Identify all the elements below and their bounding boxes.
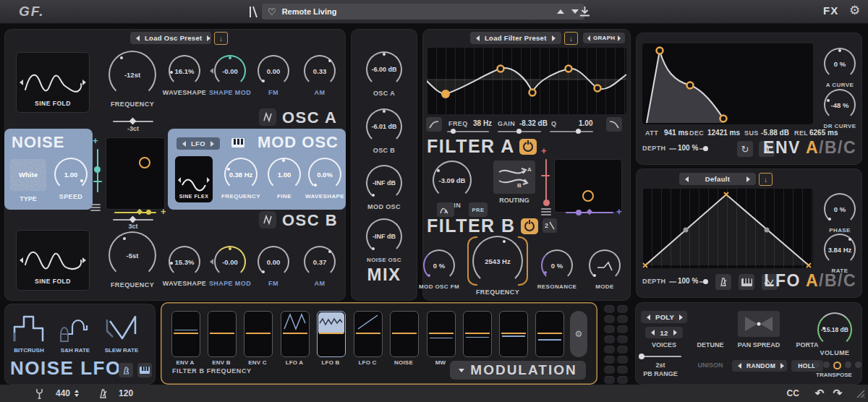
filter-xy-plus-icon[interactable]: + [541, 147, 547, 155]
filter-routing-selector[interactable]: AB [493, 161, 535, 194]
noise-lfo-bitcrush-icon[interactable] [12, 312, 46, 344]
pan-random-prev-icon[interactable] [738, 363, 741, 369]
osc-preset-prev-icon[interactable] [136, 35, 140, 41]
pan-random-selector[interactable]: RANDOM [732, 360, 787, 372]
filter-b-mode-knob[interactable]: MODE [582, 249, 627, 290]
mod-osc-waveshape-knob[interactable]: 0.0% WAVESHAPE [302, 158, 348, 200]
preset-next-icon[interactable] [571, 9, 579, 14]
filter-a-q-handle[interactable] [576, 129, 581, 134]
filter-xy-vertical-handle[interactable] [543, 200, 550, 206]
tuning-stepper[interactable] [75, 390, 79, 397]
transpose-selector[interactable] [813, 362, 861, 369]
filter-b-resonance-knob[interactable]: 0 % RESONANCE [535, 249, 579, 290]
tuning-value[interactable]: 440 [56, 388, 70, 398]
filter-a-gain-handle[interactable] [516, 129, 522, 134]
mod-slot-env-a[interactable] [171, 311, 200, 357]
lfo-preset-next-icon[interactable] [746, 176, 750, 182]
osc-b-wave-prev-icon[interactable] [20, 257, 23, 263]
filter-xy-horizontal-handle[interactable] [576, 210, 582, 215]
filter-b-slope-toggle[interactable]: 2 [542, 218, 557, 233]
filter-lowcut-icon[interactable] [426, 117, 442, 132]
osc-a-wave-next-icon[interactable] [82, 80, 86, 85]
mod-slot-lfo-c[interactable] [354, 311, 383, 357]
mix-mod-osc-knob[interactable]: -INF dB MOD OSC [366, 165, 402, 210]
noise-lfo-keytrack-icon[interactable] [137, 363, 152, 377]
undo-icon[interactable]: ↶ [815, 387, 825, 400]
env-depth-handle[interactable] [703, 146, 708, 151]
filter-b-frequency-knob[interactable]: 2543 Hz FREQUENCY [469, 236, 527, 296]
filter-a-gain-knob[interactable]: -3.09 dB GAIN [428, 161, 476, 209]
save-preset-icon[interactable] [579, 5, 591, 17]
pan-spread-icon[interactable] [738, 311, 780, 337]
osc-a-wave-prev-icon[interactable] [20, 80, 23, 85]
lfo-keytrack-icon[interactable] [739, 274, 754, 290]
mod-osc-wave-next-icon[interactable] [207, 177, 210, 183]
env-loop-icon[interactable]: ↻ [737, 141, 753, 157]
env-rel-value[interactable]: 6265 ms [809, 129, 838, 137]
transpose-dot-minus1[interactable] [823, 362, 830, 368]
modulation-collapse-icon[interactable] [459, 369, 464, 372]
filter-xy-vertical-slider[interactable] [545, 159, 547, 204]
osc-xy-pad-cursor[interactable] [139, 157, 150, 168]
poly-prev-icon[interactable] [647, 315, 650, 320]
osc-preset-selector[interactable]: Load Osc Preset [130, 32, 211, 44]
noise-speed-knob[interactable]: 1.00 SPEED [52, 158, 90, 200]
mod-osc-frequency-knob[interactable]: 0.38 Hz FREQUENCY [218, 158, 264, 200]
lfo-rate-knob[interactable]: 3.84 Hz RATE [818, 234, 861, 274]
osc-b-wave-next-icon[interactable] [82, 257, 86, 263]
osc-xy-pad[interactable] [106, 137, 165, 210]
env-tabs-bc[interactable]: /B/C [819, 138, 856, 157]
osc-preset-next-icon[interactable] [207, 35, 210, 41]
filter-xy-pad[interactable] [554, 159, 622, 213]
filter-a-q-slider[interactable] [550, 131, 593, 132]
lfo-preset-save-icon[interactable]: ↓ [759, 173, 773, 186]
filter-xy-pad-cursor[interactable] [582, 190, 594, 202]
master-volume-knob[interactable]: -15.18 dB VOLUME [813, 312, 856, 356]
filter-view-next-icon[interactable] [618, 35, 621, 41]
poly-mode-selector[interactable]: POLY [641, 311, 687, 323]
filter-preset-next-icon[interactable] [552, 35, 556, 41]
voices-next-icon[interactable] [673, 330, 677, 335]
filter-a-power-button[interactable] [519, 139, 537, 155]
mod-slot-mw[interactable] [427, 311, 456, 357]
poly-next-icon[interactable] [679, 315, 683, 320]
lfo-depth-handle[interactable] [703, 279, 708, 284]
filter-pre-toggle[interactable]: PRE [469, 202, 488, 217]
lfo-tab-a[interactable]: A [806, 271, 819, 290]
lfo-preset-prev-icon[interactable] [685, 176, 689, 182]
osc-b-wave-icon[interactable] [259, 211, 276, 228]
filter-preset-save-icon[interactable]: ↓ [564, 32, 578, 45]
filter-a-freq-handle[interactable] [451, 129, 456, 134]
pan-random-next-icon[interactable] [780, 363, 784, 369]
noise-lfo-slew-rate-icon[interactable] [104, 312, 139, 344]
lfo-sync-metronome-icon[interactable] [715, 274, 731, 290]
fx-tab[interactable]: FX [823, 4, 838, 17]
redo-icon[interactable]: ↷ [833, 387, 842, 400]
mod-slot-key[interactable] [535, 311, 564, 357]
mod-osc-mode-prev-icon[interactable] [182, 141, 186, 147]
filter-b-power-button[interactable] [521, 218, 538, 234]
osc-mix-horizontal-handle[interactable] [146, 210, 151, 215]
osc-a-am-knob[interactable]: 0.33 AM [287, 55, 352, 96]
voices-prev-icon[interactable] [651, 330, 655, 335]
preset-name[interactable]: Remote Living [282, 7, 337, 16]
env-sus-value[interactable]: -5.88 dB [761, 129, 789, 137]
filter-view-prev-icon[interactable] [587, 35, 590, 41]
mod-osc-mode-next-icon[interactable] [210, 141, 214, 147]
env-decay-release-curve-knob[interactable]: -48 % DR CURVE [818, 89, 861, 129]
preset-prev-icon[interactable] [557, 9, 564, 14]
library-icon[interactable] [247, 6, 259, 18]
lfo-phase-knob[interactable]: 0 % PHASE [818, 193, 861, 234]
env-attack-curve-knob[interactable]: 0 % A CURVE [818, 48, 861, 88]
mod-slot-aft[interactable] [499, 311, 528, 357]
filter-b-mod-osc-fm-knob[interactable]: 0 % MOD OSC FM [417, 249, 461, 290]
env-tab-a[interactable]: A [806, 138, 819, 157]
noise-lfo-sh-rate-icon[interactable] [58, 312, 93, 344]
mod-osc-keytrack-icon[interactable] [231, 138, 244, 147]
lfo-preset-selector[interactable]: Default [679, 173, 756, 185]
envelope-graph[interactable] [642, 43, 813, 124]
mix-noise-osc-knob[interactable]: -INF dB NOISE OSC [366, 218, 402, 263]
mix-osc-b-knob[interactable]: -6.01 dB OSC B [366, 108, 402, 154]
mod-slot-velo[interactable] [463, 311, 492, 357]
filter-view-selector[interactable]: GRAPH [583, 33, 625, 43]
